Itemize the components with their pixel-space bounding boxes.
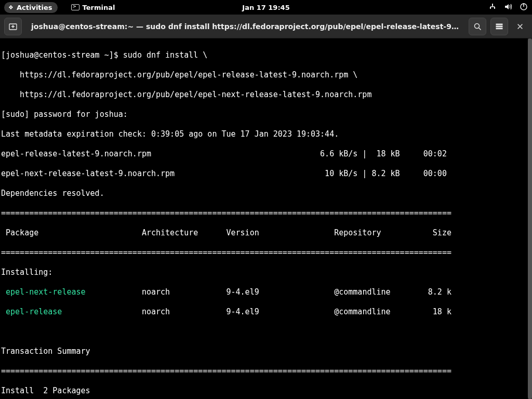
activities-button[interactable]: ❖ Activities (4, 2, 58, 13)
dependencies-line: Dependencies resolved. (1, 189, 531, 198)
metadata-line: Last metadata expiration check: 0:39:05 … (1, 129, 531, 139)
blank-line (1, 327, 531, 337)
command-continuation: https://dl.fedoraproject.org/pub/epel/ep… (1, 90, 531, 100)
svg-rect-4 (523, 3, 524, 7)
taskbar-app-terminal[interactable]: Terminal (71, 4, 115, 11)
scrollbar-thumb[interactable] (528, 38, 532, 399)
svg-rect-8 (496, 26, 502, 27)
command-continuation: https://dl.fedoraproject.org/pub/epel/ep… (1, 70, 531, 80)
search-button[interactable] (469, 18, 486, 35)
volume-icon[interactable] (504, 3, 512, 12)
menu-button[interactable] (490, 18, 508, 35)
terminal-output[interactable]: [joshua@centos-stream ~]$ sudo dnf insta… (0, 38, 532, 399)
table-header: Package Architecture Version Repository … (1, 228, 531, 238)
package-name: epel-release (1, 307, 62, 316)
activities-label: Activities (17, 4, 52, 11)
download-progress: epel-release-latest-9.noarch.rpm 6.6 kB/… (1, 149, 531, 159)
install-count: Install 2 Packages (1, 386, 531, 396)
svg-point-6 (475, 23, 480, 28)
new-tab-button[interactable] (4, 18, 22, 35)
network-icon[interactable] (488, 3, 497, 12)
sudo-prompt: [sudo] password for joshua: (1, 110, 531, 119)
separator-rule: ========================================… (1, 248, 531, 258)
window-title: joshua@centos-stream:~ — sudo dnf instal… (26, 22, 464, 31)
close-button[interactable] (512, 19, 528, 34)
shell-prompt: [joshua@centos-stream ~]$ (1, 50, 123, 60)
system-tray (488, 3, 528, 12)
package-details: noarch 9-4.el9 @commandline 8.2 k (86, 287, 451, 297)
svg-rect-0 (492, 4, 493, 6)
separator-rule: ========================================… (1, 366, 531, 376)
taskbar-app-label: Terminal (83, 4, 115, 11)
gnome-topbar: ❖ Activities Terminal Jan 17 19:45 (0, 0, 532, 15)
download-progress: epel-next-release-latest-9.noarch.rpm 10… (1, 169, 531, 179)
window-titlebar: joshua@centos-stream:~ — sudo dnf instal… (0, 15, 532, 38)
gnome-logo-icon: ❖ (7, 4, 15, 11)
installing-header: Installing: (1, 268, 531, 277)
package-details: noarch 9-4.el9 @commandline 18 k (62, 307, 451, 316)
separator-rule: ========================================… (1, 208, 531, 218)
power-icon[interactable] (520, 3, 528, 12)
transaction-summary-header: Transaction Summary (1, 347, 531, 356)
svg-rect-9 (496, 28, 502, 29)
svg-rect-7 (496, 24, 502, 25)
terminal-scrollbar[interactable] (528, 38, 532, 399)
package-name: epel-next-release (1, 287, 86, 297)
terminal-icon (71, 4, 79, 10)
command-line: sudo dnf install \ (123, 50, 208, 60)
clock[interactable]: Jan 17 19:45 (242, 4, 289, 11)
